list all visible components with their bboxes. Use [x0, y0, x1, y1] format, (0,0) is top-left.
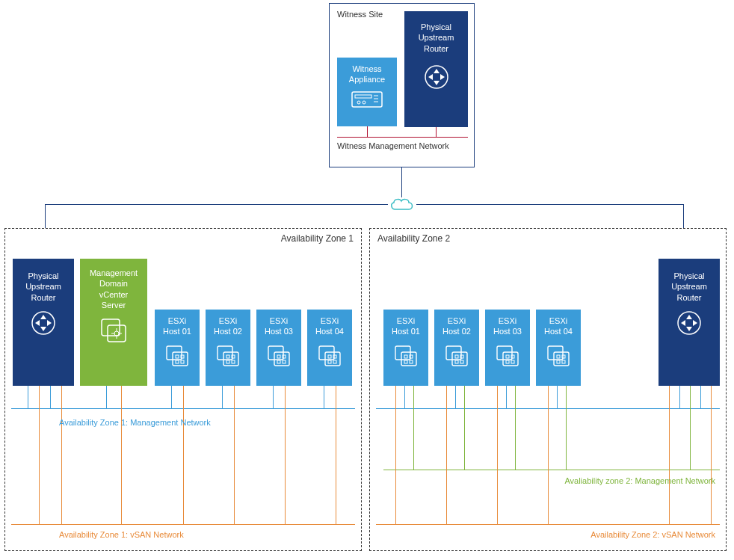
- svg-rect-45: [410, 360, 413, 363]
- vcenter-icon: [100, 318, 127, 343]
- svg-rect-63: [562, 360, 565, 363]
- stub: [413, 386, 414, 470]
- svg-point-11: [114, 331, 119, 336]
- host-icon: [546, 345, 570, 367]
- svg-rect-20: [176, 360, 179, 363]
- stub: [285, 386, 286, 524]
- witness-router-label: Physical Upstream Router: [404, 22, 468, 54]
- host-label: ESXi Host 01: [383, 316, 428, 337]
- stub: [273, 386, 274, 408]
- zone1-router-box: Physical Upstream Router: [13, 259, 74, 386]
- stub: [106, 386, 107, 408]
- stub: [324, 386, 324, 408]
- zone1-mgmt-network-label: Availability Zone 1: Management Network: [59, 417, 211, 428]
- stub: [61, 386, 62, 524]
- host-label: ESXi Host 02: [206, 316, 250, 337]
- svg-rect-36: [328, 355, 331, 358]
- svg-rect-53: [503, 352, 518, 366]
- zone1-vsan-network-line: [11, 524, 355, 525]
- stub: [566, 386, 567, 470]
- svg-rect-33: [283, 360, 286, 363]
- zone1-title: Availability Zone 1: [281, 233, 354, 244]
- availability-zone-2: Availability Zone 2 ESXi Host 01 ESXi Ho…: [369, 228, 727, 551]
- host-icon: [496, 345, 519, 367]
- zone2-host-01: ESXi Host 01: [383, 310, 428, 386]
- stub: [404, 386, 405, 408]
- svg-rect-22: [218, 346, 232, 360]
- stub: [700, 386, 701, 408]
- stub: [515, 386, 516, 470]
- svg-rect-18: [176, 355, 179, 358]
- stub: [669, 386, 670, 524]
- zone1-host-02: ESXi Host 02: [206, 310, 250, 386]
- svg-rect-44: [404, 360, 407, 363]
- svg-rect-41: [401, 352, 416, 366]
- host-icon: [445, 345, 469, 367]
- svg-rect-51: [460, 360, 463, 363]
- zone1-vsan-network-label: Availability Zone 1: vSAN Network: [59, 529, 184, 540]
- stub: [234, 386, 235, 524]
- wan-link-right: [416, 204, 684, 205]
- svg-point-2: [357, 101, 360, 104]
- stub: [395, 386, 396, 524]
- svg-rect-46: [446, 346, 461, 360]
- host-icon: [216, 345, 240, 367]
- svg-rect-28: [268, 346, 283, 360]
- host-label: ESXi Host 02: [434, 316, 479, 337]
- svg-rect-54: [506, 355, 509, 358]
- svg-point-3: [363, 101, 366, 104]
- zone2-title: Availability Zone 2: [377, 233, 450, 244]
- svg-rect-62: [557, 360, 560, 363]
- stub: [446, 386, 447, 524]
- svg-rect-59: [554, 352, 569, 366]
- witness-appliance-box: Witness Appliance: [337, 58, 397, 126]
- host-label: ESXi Host 04: [307, 316, 352, 337]
- stub: [690, 386, 691, 470]
- stub: [557, 386, 558, 408]
- witness-site-box: Witness Site Witness Appliance Physical …: [329, 3, 475, 167]
- zone2-host-03: ESXi Host 03: [485, 310, 530, 386]
- host-icon: [165, 345, 189, 367]
- zone2-vsan-network-line: [376, 524, 720, 525]
- appliance-icon: [351, 91, 383, 108]
- svg-rect-0: [352, 92, 382, 107]
- stub: [506, 386, 507, 408]
- stub: [464, 386, 465, 470]
- svg-rect-29: [274, 352, 289, 366]
- svg-rect-50: [455, 360, 458, 363]
- stub: [28, 386, 28, 408]
- stub: [548, 386, 549, 524]
- router-icon: [424, 64, 449, 90]
- witness-stub: [436, 127, 437, 137]
- zone1-host-03: ESXi Host 03: [256, 310, 301, 386]
- witness-appliance-label: Witness Appliance: [337, 64, 397, 85]
- zone2-host-02: ESXi Host 02: [434, 310, 479, 386]
- svg-rect-35: [325, 352, 340, 366]
- svg-rect-47: [452, 352, 467, 366]
- zone1-host-01: ESXi Host 01: [155, 310, 200, 386]
- svg-rect-57: [511, 360, 514, 363]
- svg-rect-21: [181, 360, 184, 363]
- zone1-vcenter-label: Management Domain vCenter Server: [80, 268, 147, 310]
- zone2-vsan-network-label: Availability Zone 2: vSAN Network: [590, 529, 715, 540]
- cloud-icon: [388, 196, 416, 212]
- svg-rect-42: [404, 355, 407, 358]
- diagram-root: Witness Site Witness Appliance Physical …: [0, 0, 734, 560]
- svg-rect-40: [395, 346, 410, 360]
- witness-site-label: Witness Site: [337, 10, 383, 19]
- host-icon: [267, 345, 291, 367]
- router-icon: [31, 310, 56, 336]
- witness-stub: [367, 126, 368, 137]
- svg-rect-10: [108, 325, 126, 342]
- host-label: ESXi Host 03: [256, 316, 301, 337]
- svg-rect-32: [277, 360, 280, 363]
- stub: [679, 386, 680, 408]
- router-icon: [676, 310, 702, 336]
- svg-rect-38: [328, 360, 331, 363]
- host-label: ESXi Host 04: [536, 316, 581, 337]
- stub: [121, 386, 122, 524]
- zone1-router-label: Physical Upstream Router: [13, 271, 74, 303]
- zone2-router-label: Physical Upstream Router: [659, 271, 720, 303]
- svg-rect-52: [497, 346, 512, 360]
- svg-rect-30: [277, 355, 280, 358]
